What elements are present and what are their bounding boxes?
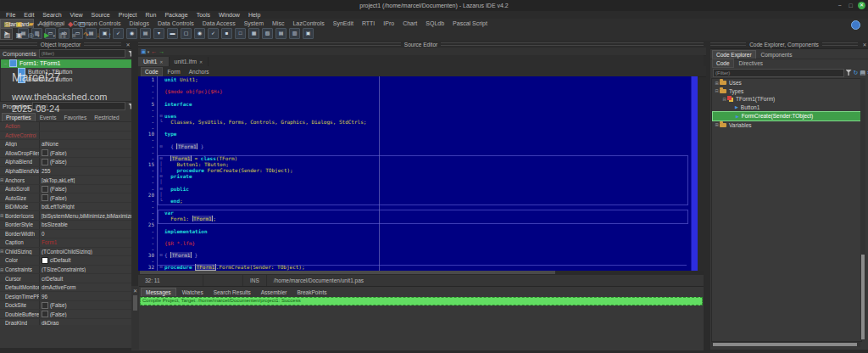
palette-tab-system[interactable]: System (240, 19, 268, 28)
filter-funnel-icon[interactable] (846, 70, 852, 76)
messages-tab-messages[interactable]: Messages (141, 288, 176, 296)
palette-tab-chart[interactable]: Chart (398, 19, 421, 28)
close-icon[interactable]: ✕ (861, 42, 868, 48)
editor-vertical-scrollbar[interactable] (691, 76, 698, 271)
palette-tab-ipro[interactable]: IPro (379, 19, 398, 28)
code-explorer-filter-input[interactable] (713, 69, 844, 77)
property-row-color[interactable]: ColorclDefault (0, 256, 131, 266)
menu-item-run[interactable]: Run (142, 11, 160, 19)
dropdown-arrow-icon[interactable]: ▾ (53, 33, 56, 38)
menu-item-window[interactable]: Window (215, 11, 243, 19)
palette-component-icon-19[interactable]: ▧ (262, 28, 273, 39)
build-mode-icon[interactable]: ◆ (66, 20, 75, 29)
components-tree-item-form1-tform1[interactable]: −Form1: TForm1 (1, 59, 132, 68)
run-icon[interactable]: ▶ (42, 31, 52, 40)
tree-expander-icon[interactable]: ⊟ (721, 97, 727, 102)
messages-close-icon[interactable]: ✕ (133, 288, 137, 294)
splitter-right[interactable] (704, 41, 710, 350)
palette-component-icon-17[interactable]: □ (235, 28, 246, 39)
checkbox-icon[interactable] (42, 159, 48, 165)
fold-marker-icon[interactable]: ⊟ (158, 155, 164, 161)
dropdown-arrow-icon[interactable]: ▾ (37, 22, 40, 27)
palette-component-icon-18[interactable]: ▦ (248, 28, 259, 39)
code-explorer-item-variables[interactable]: ⊞Variables (712, 121, 861, 130)
fold-marker-icon[interactable]: ⊟ (158, 173, 164, 179)
property-value[interactable]: (TControlChildSizing) (40, 249, 131, 255)
property-row-activecontrol[interactable]: ActiveControl (0, 132, 131, 141)
checkbox-icon[interactable] (42, 302, 48, 309)
menu-item-source[interactable]: Source (88, 11, 114, 19)
palette-tab-data-controls[interactable]: Data Controls (153, 19, 198, 28)
property-row-bordericons[interactable]: ⊞BorderIcons[biSystemMenu,biMinimize,biM… (0, 211, 131, 221)
palette-tab-lazcontrols[interactable]: LazControls (288, 19, 328, 28)
dropdown-arrow-icon[interactable]: ▾ (37, 33, 40, 38)
toggle-form-unit-icon[interactable]: ▢ (78, 20, 87, 29)
menu-item-tools[interactable]: Tools (193, 11, 214, 19)
refresh-icon[interactable]: ↻ (854, 69, 859, 76)
palette-component-icon-12[interactable]: ▬ (167, 28, 178, 39)
jump-back-icon[interactable]: ← (151, 48, 157, 55)
editor-subtab-form[interactable]: Form (164, 68, 184, 76)
property-value[interactable]: 96 (40, 294, 131, 300)
property-row-autoscroll[interactable]: AutoScroll(False) (0, 185, 131, 194)
menu-item-package[interactable]: Package (161, 11, 191, 19)
maximize-button[interactable]: □ (847, 3, 854, 9)
palette-tab-data-access[interactable]: Data Access (198, 19, 240, 28)
property-row-childsizing[interactable]: ⊞ChildSizing(TControlChildSizing) (0, 248, 131, 257)
properties-filter-input[interactable] (32, 102, 125, 110)
menu-item-project[interactable]: Project (115, 11, 141, 19)
palette-tab-synedit[interactable]: SynEdit (329, 19, 358, 28)
dropdown-arrow-icon[interactable]: ▾ (89, 22, 92, 27)
checkbox-icon[interactable] (42, 194, 48, 201)
palette-tab-misc[interactable]: Misc (268, 19, 288, 28)
editor-subtab-anchors[interactable]: Anchors (186, 68, 213, 76)
code-explorer-item-formcreate-sender-tobject[interactable]: ▶FormCreate(Sender:TObject) (712, 111, 861, 121)
property-row-dragkind[interactable]: DragKinddkDrag (0, 319, 131, 325)
property-value[interactable]: (False) (40, 194, 131, 201)
open-icon[interactable]: ▰ (26, 20, 36, 29)
menu-item-view[interactable]: View (67, 11, 86, 19)
inspector-tab-favorites[interactable]: Favorites (61, 114, 91, 121)
property-row-caption[interactable]: CaptionForm1 (0, 238, 131, 248)
menu-item-file[interactable]: File (3, 11, 19, 19)
property-value[interactable]: (TSizeConstraints) (40, 266, 131, 272)
messages-tab-search-results[interactable]: Search Results (209, 289, 255, 296)
property-row-alphablendvalue[interactable]: AlphaBlendValue255 (0, 167, 131, 176)
property-row-borderwidth[interactable]: BorderWidth0 (0, 230, 131, 239)
dropdown-arrow-icon[interactable]: ▾ (147, 49, 150, 54)
menu-item-edit[interactable]: Edit (20, 11, 37, 19)
step-into-icon[interactable]: ↓ (93, 31, 103, 40)
messages-tab-assembler[interactable]: Assembler (257, 289, 292, 296)
code-explorer-subtab-directives[interactable]: Directives (736, 59, 767, 67)
pause-icon[interactable]: ▮▮ (58, 31, 67, 40)
tree-expander-icon[interactable]: ⊟ (714, 88, 720, 93)
new-unit-icon[interactable]: ▤ (3, 20, 12, 29)
messages-tab-watches[interactable]: Watches (178, 289, 208, 296)
property-value[interactable]: [biSystemMenu,biMinimize,biMaximize] (40, 213, 131, 219)
property-value[interactable]: Form1 (40, 239, 131, 245)
code-explorer-subtab-code[interactable]: Code (712, 59, 734, 68)
property-value[interactable]: (False) (40, 186, 131, 193)
editor-tab-unit1[interactable]: Unit1✕ (138, 57, 170, 66)
components-tree[interactable]: −Form1: TForm1 Button1: TButton Button2:… (0, 59, 133, 102)
property-row-docksite[interactable]: DockSite(False) (0, 301, 131, 311)
property-row-allowdropfiles[interactable]: AllowDropFiles(False) (0, 149, 131, 159)
code-explorer-tree[interactable]: ⊞Uses⊟Types⊟TForm1(TForm) ▶Button1 ▶Form… (711, 78, 862, 342)
view-forms-icon[interactable]: ▣ (14, 31, 24, 40)
fold-marker-icon[interactable]: ⊟ (158, 143, 164, 149)
palette-tab-dialogs[interactable]: Dialogs (125, 19, 153, 28)
tree-expander-icon[interactable]: ⊞ (714, 81, 720, 86)
palette-component-icon-21[interactable]: ▥ (289, 28, 300, 39)
jump-forward-icon[interactable]: → (159, 48, 164, 55)
close-tab-icon[interactable]: ✕ (199, 59, 203, 64)
property-value[interactable]: (False) (40, 149, 131, 156)
property-value[interactable]: 255 (40, 168, 131, 174)
code-explorer-item-uses[interactable]: ⊞Uses (712, 79, 861, 87)
property-value[interactable]: dmActiveForm (40, 284, 131, 290)
inspector-tab-restricted[interactable]: Restricted (91, 114, 122, 121)
palette-component-icon-15[interactable]: ✓ (208, 28, 219, 39)
fold-marker-icon[interactable]: ⊟ (158, 186, 164, 192)
fold-marker-icon[interactable]: ⊟ (158, 264, 164, 270)
property-value[interactable]: bsSizeable (40, 221, 131, 227)
message-row[interactable]: Compile Project, Target: /home/marcel/Do… (140, 297, 703, 305)
